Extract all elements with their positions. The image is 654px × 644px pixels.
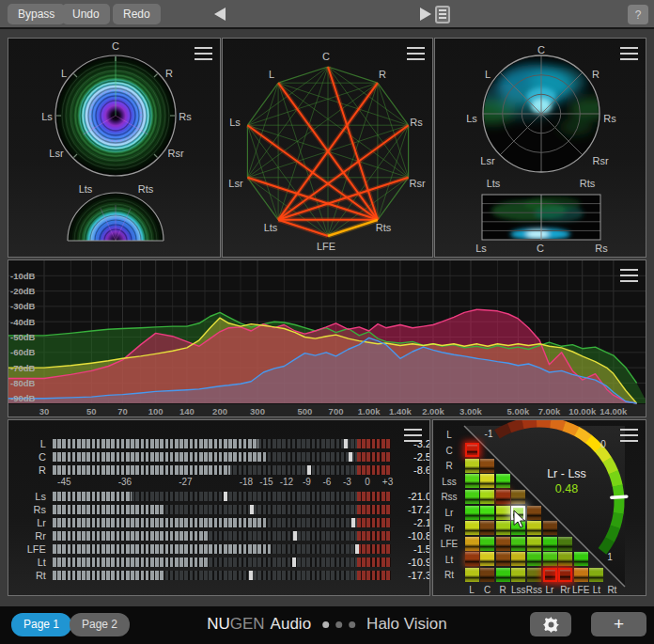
panel-menu-icon[interactable]: [620, 269, 638, 282]
matrix-cell-Rt-Rss[interactable]: [527, 568, 541, 582]
panel-menu-icon[interactable]: [620, 47, 638, 60]
matrix-row-label-Lr: Lr: [445, 508, 454, 518]
axis-label-C: C: [537, 243, 544, 254]
matrix-row-label-Rt: Rt: [444, 570, 454, 580]
matrix-cell-Rss-Lss[interactable]: [511, 490, 525, 504]
matrix-cell-Rr-Rss[interactable]: [527, 521, 541, 535]
prev-preset-icon[interactable]: [214, 8, 226, 21]
bypass-button[interactable]: Bypass: [8, 4, 65, 24]
matrix-col-label-LFE: LFE: [572, 585, 589, 595]
panel-menu-icon[interactable]: [195, 47, 212, 60]
redo-button[interactable]: Redo: [113, 4, 161, 24]
svg-text:-10dB: -10dB: [10, 271, 36, 281]
channel-label-LFE: LFE: [317, 241, 335, 252]
meter-bar: [53, 439, 390, 448]
matrix-cell-Rt-R[interactable]: [496, 568, 510, 582]
matrix-cell-C-L[interactable]: [465, 443, 479, 457]
peak-marker: [351, 518, 355, 527]
channel-label-Rts: Rts: [138, 183, 154, 195]
matrix-cell-Lr-Rss[interactable]: [527, 506, 541, 520]
matrix-cell-LFE-L[interactable]: [465, 537, 479, 551]
meter-bar: [53, 571, 390, 580]
matrix-cell-Lss-L[interactable]: [465, 474, 479, 488]
matrix-cell-Rss-C[interactable]: [480, 490, 494, 504]
meter-bar: [53, 518, 390, 527]
channel-label-Ls: Ls: [229, 117, 241, 128]
meter-label: R: [8, 464, 53, 476]
svg-text:1.40k: 1.40k: [389, 406, 412, 416]
help-button[interactable]: ?: [628, 5, 648, 24]
panel-menu-icon[interactable]: [620, 429, 638, 442]
matrix-cell-Lr-C[interactable]: [480, 506, 494, 520]
matrix-cell-LFE-Rss[interactable]: [527, 537, 541, 551]
svg-text:-70dB: -70dB: [10, 363, 36, 373]
brand-gen: GEN: [230, 615, 265, 634]
matrix-cell-Rr-C[interactable]: [480, 521, 494, 535]
sound-field-radar-panel: CLRLsRsLsrRsrLtsRtsLsCRs: [434, 38, 646, 258]
channel-label-Rsr: Rsr: [167, 148, 183, 159]
matrix-cell-Lt-LFE[interactable]: [574, 552, 588, 566]
channel-label-Rs: Rs: [603, 113, 615, 124]
svg-text:700: 700: [329, 406, 344, 416]
meter-row-Rr: Rr-10.8: [8, 529, 430, 542]
matrix-cell-Lt-L[interactable]: [465, 552, 479, 566]
matrix-cell-Lss-R[interactable]: [496, 474, 510, 488]
matrix-cell-Rr-R[interactable]: [496, 521, 510, 535]
svg-text:-40dB: -40dB: [10, 317, 36, 327]
matrix-cell-Rt-Lt[interactable]: [589, 568, 603, 582]
matrix-cell-Rt-C[interactable]: [480, 568, 494, 582]
matrix-cell-Rr-Lr[interactable]: [543, 521, 557, 535]
brand-audio: Audio: [271, 615, 311, 634]
matrix-cell-Lr-R[interactable]: [496, 506, 510, 520]
peak-marker: [293, 531, 297, 541]
matrix-cell-Rt-Lss[interactable]: [511, 568, 525, 582]
svg-text:10.00k: 10.00k: [568, 406, 597, 416]
channel-label-Lts: Lts: [264, 222, 278, 233]
matrix-cell-LFE-Lss[interactable]: [511, 537, 525, 551]
matrix-cell-R-C[interactable]: [480, 459, 494, 473]
matrix-cell-Lt-R[interactable]: [496, 552, 510, 566]
channel-label-Ls: Ls: [466, 113, 477, 124]
matrix-cell-Rss-L[interactable]: [465, 490, 479, 504]
spectrum-analyzer-panel: -10dB-20dB-30dB-40dB-50dB-60dB-70dB-80dB…: [8, 259, 646, 417]
matrix-cell-Lt-Rr[interactable]: [558, 552, 572, 566]
svg-text:7.00k: 7.00k: [538, 406, 561, 416]
matrix-cell-Rr-L[interactable]: [465, 521, 479, 535]
correlation-matrix-panel: -101Lr - Lss0.48 LLCCRRLssLssRssRssLrLrR…: [432, 419, 646, 596]
tab-page-1[interactable]: Page 1: [11, 613, 71, 636]
matrix-cell-Rt-LFE[interactable]: [574, 568, 588, 582]
matrix-cell-Rt-Lr[interactable]: [543, 568, 557, 582]
add-module-button[interactable]: +: [591, 612, 646, 636]
undo-button[interactable]: Undo: [62, 4, 110, 24]
meter-value: -8.6: [390, 464, 430, 476]
brand: NUGEN Audio Halo Vision: [207, 615, 447, 634]
svg-text:Lr - Lss: Lr - Lss: [547, 467, 586, 480]
matrix-cell-LFE-R[interactable]: [496, 537, 510, 551]
matrix-cell-Lt-Lr[interactable]: [543, 552, 557, 566]
channel-label-Lsr: Lsr: [228, 178, 242, 189]
peak-marker: [307, 465, 311, 475]
matrix-cell-Lt-Rss[interactable]: [527, 552, 541, 566]
matrix-cell-Lt-Lss[interactable]: [511, 552, 525, 566]
peak-marker: [224, 492, 227, 501]
matrix-cell-Rt-Rr[interactable]: [558, 568, 572, 582]
matrix-cell-Rt-L[interactable]: [465, 568, 479, 582]
tab-page-2[interactable]: Page 2: [70, 613, 130, 636]
matrix-cell-Lt-C[interactable]: [480, 552, 494, 566]
matrix-cell-LFE-Lr[interactable]: [543, 537, 557, 551]
matrix-cell-Lss-C[interactable]: [480, 474, 494, 488]
matrix-cell-Rss-R[interactable]: [496, 490, 510, 504]
matrix-cell-Lr-L[interactable]: [465, 506, 479, 520]
spectrum-chart: -10dB-20dB-30dB-40dB-50dB-60dB-70dB-80dB…: [8, 260, 646, 417]
matrix-cell-LFE-C[interactable]: [480, 537, 494, 551]
settings-button[interactable]: [530, 612, 571, 636]
matrix-cell-R-L[interactable]: [465, 459, 479, 473]
brand-nu: NU: [207, 615, 230, 634]
preset-list-icon[interactable]: [435, 6, 450, 24]
svg-text:1: 1: [607, 552, 613, 562]
meter-bar: [53, 558, 390, 567]
play-icon[interactable]: [420, 8, 431, 21]
panel-menu-icon[interactable]: [407, 47, 425, 60]
matrix-cell-LFE-Rr[interactable]: [558, 537, 572, 551]
panel-menu-icon[interactable]: [404, 429, 422, 442]
